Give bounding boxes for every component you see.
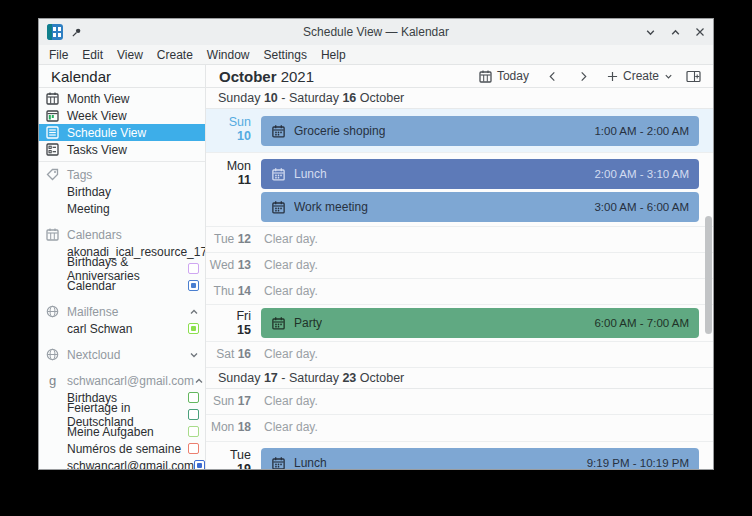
event-calendar-icon — [271, 124, 286, 139]
event-time: 3:00 AM - 6:00 AM — [594, 201, 689, 213]
clear-day-label: Clear day. — [261, 389, 699, 408]
menu-create[interactable]: Create — [150, 46, 200, 64]
menu-file[interactable]: File — [42, 46, 75, 64]
titlebar[interactable]: Schedule View — Kalendar — [39, 19, 713, 45]
sidebar-item-schedule-view[interactable]: Schedule View — [39, 124, 205, 141]
next-week-button[interactable] — [571, 69, 596, 84]
chevron-up-icon[interactable] — [194, 376, 204, 386]
event-calendar-icon — [271, 456, 286, 470]
close-icon[interactable] — [695, 27, 705, 37]
calendar-checkbox[interactable] — [188, 426, 199, 437]
day-label: Mon 11 — [206, 153, 259, 226]
sidebar-item-calendar[interactable]: Meine Aufgaben — [39, 423, 205, 440]
day-label: Tue 12 — [206, 227, 259, 252]
schedule-view: Sunday 10 - Saturday 16 October Sun 10 G… — [206, 88, 713, 469]
clear-day-label: Clear day. — [261, 342, 699, 361]
chevron-down-icon[interactable] — [189, 350, 199, 360]
menu-view[interactable]: View — [110, 46, 150, 64]
event-time: 6:00 AM - 7:00 AM — [594, 317, 689, 329]
day-row-sat-16[interactable]: Sat 16 Clear day. — [206, 342, 713, 368]
menu-settings[interactable]: Settings — [257, 46, 314, 64]
pin-icon[interactable] — [71, 27, 82, 38]
clear-day-label: Clear day. — [261, 415, 699, 434]
menu-window[interactable]: Window — [200, 46, 257, 64]
sidebar-list: Month View Week View Schedule View Tasks… — [39, 88, 205, 469]
day-row-thu-14[interactable]: Thu 14 Clear day. — [206, 279, 713, 305]
sidebar-item-calendar[interactable]: Birthdays & Anniversaries — [39, 260, 205, 277]
day-row-sun-10[interactable]: Sun 10 Grocerie shoping 1:00 AM - 2:00 A… — [206, 109, 713, 153]
google-icon: g — [46, 374, 59, 387]
day-row-mon-11[interactable]: Mon 11 Lunch 2:00 AM - 3:10 AM Wo — [206, 153, 713, 227]
sidebar-section-tags[interactable]: Tags — [39, 166, 205, 183]
day-row-tue-19[interactable]: Tue 19 Lunch 9:19 PM - 10:19 PM — [206, 442, 713, 469]
day-row-fri-15[interactable]: Fri 15 Party 6:00 AM - 7:00 AM — [206, 305, 713, 342]
clear-day-label: Clear day. — [261, 253, 699, 272]
sidebar-account-gmail[interactable]: g schwancarl@gmail.com — [39, 372, 205, 389]
day-label: Tue 19 — [206, 442, 259, 469]
sidebar-item-tasks-view[interactable]: Tasks View — [39, 141, 205, 158]
plus-icon — [607, 71, 618, 82]
day-row-mon-18[interactable]: Mon 18 Clear day. — [206, 415, 713, 442]
sidebar-item-calendar[interactable]: Calendar — [39, 277, 205, 294]
event-card[interactable]: Lunch 9:19 PM - 10:19 PM — [261, 448, 699, 469]
week-header: Sunday 17 - Saturday 23 October — [206, 368, 713, 389]
event-time: 1:00 AM - 2:00 AM — [594, 125, 689, 137]
month-view-icon — [46, 92, 59, 105]
calendar-checkbox[interactable] — [188, 280, 199, 291]
calendar-checkbox[interactable] — [188, 409, 199, 420]
maximize-icon[interactable] — [670, 27, 681, 38]
day-label: Fri 15 — [206, 305, 259, 341]
day-row-wed-13[interactable]: Wed 13 Clear day. — [206, 253, 713, 279]
menu-edit[interactable]: Edit — [75, 46, 110, 64]
day-label: Sat 16 — [206, 342, 259, 367]
sidebar-item-tag-birthday[interactable]: Birthday — [39, 183, 205, 200]
app-icon — [47, 24, 63, 40]
toggle-panel-icon[interactable] — [684, 68, 703, 85]
globe-icon — [46, 305, 59, 318]
calendar-checkbox[interactable] — [194, 460, 205, 469]
scrollbar-thumb[interactable] — [705, 216, 712, 334]
calendars-icon — [46, 228, 59, 241]
event-card[interactable]: Work meeting 3:00 AM - 6:00 AM — [261, 192, 699, 222]
event-calendar-icon — [271, 316, 286, 331]
clear-day-label: Clear day. — [261, 227, 699, 246]
sidebar-item-calendar[interactable]: Numéros de semaine — [39, 440, 205, 457]
chevron-up-icon[interactable] — [189, 307, 199, 317]
day-row-sun-17[interactable]: Sun 17 Clear day. — [206, 389, 713, 415]
sidebar: Kalendar Month View Week View Schedule V… — [39, 65, 206, 469]
menu-help[interactable]: Help — [314, 46, 353, 64]
day-label: Wed 13 — [206, 253, 259, 278]
main-panel: October 2021 Today Create — [206, 65, 713, 469]
sidebar-section-calendars[interactable]: Calendars — [39, 226, 205, 243]
window-controls — [645, 27, 705, 38]
sidebar-item-calendar[interactable]: Feiertage in Deutschland — [39, 406, 205, 423]
window-title: Schedule View — Kalendar — [39, 25, 713, 39]
sidebar-item-calendar[interactable]: carl Schwan — [39, 320, 205, 337]
calendar-checkbox[interactable] — [188, 323, 199, 334]
minimize-icon[interactable] — [645, 27, 656, 38]
week-view-icon — [46, 109, 59, 122]
event-card[interactable]: Party 6:00 AM - 7:00 AM — [261, 308, 699, 338]
sidebar-account-mailfense[interactable]: Mailfense — [39, 303, 205, 320]
create-button[interactable]: Create — [602, 67, 678, 85]
today-button[interactable]: Today — [474, 67, 534, 85]
event-card[interactable]: Lunch 2:00 AM - 3:10 AM — [261, 159, 699, 189]
sidebar-item-week-view[interactable]: Week View — [39, 107, 205, 124]
previous-week-button[interactable] — [540, 69, 565, 84]
sidebar-account-nextcloud[interactable]: Nextcloud — [39, 346, 205, 363]
calendar-checkbox[interactable] — [188, 392, 199, 403]
sidebar-item-calendar[interactable]: schwancarl@gmail.com — [39, 457, 205, 469]
day-label: Thu 14 — [206, 279, 259, 304]
sidebar-item-tag-meeting[interactable]: Meeting — [39, 200, 205, 217]
menu-bar: File Edit View Create Window Settings He… — [39, 45, 713, 65]
event-calendar-icon — [271, 200, 286, 215]
chevron-down-icon — [664, 72, 673, 81]
calendar-checkbox[interactable] — [188, 263, 199, 274]
calendar-checkbox[interactable] — [188, 443, 199, 454]
event-card[interactable]: Grocerie shoping 1:00 AM - 2:00 AM — [261, 116, 699, 146]
sidebar-item-month-view[interactable]: Month View — [39, 90, 205, 107]
event-calendar-icon — [271, 167, 286, 182]
day-label: Mon 18 — [206, 415, 259, 441]
page-title: October 2021 — [219, 68, 314, 85]
day-row-tue-12[interactable]: Tue 12 Clear day. — [206, 227, 713, 253]
